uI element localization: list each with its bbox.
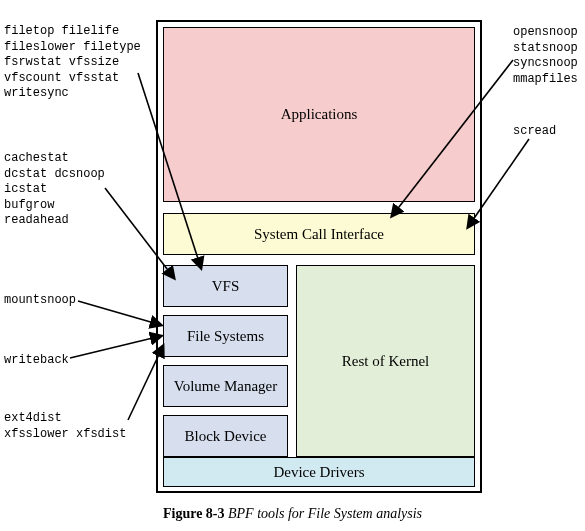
block-device-layer: Block Device [163,415,288,457]
block-device-label: Block Device [184,428,266,445]
file-systems-layer: File Systems [163,315,288,357]
syscall-label: System Call Interface [254,226,384,243]
device-drivers-label: Device Drivers [273,464,364,481]
vfs-label: VFS [212,278,240,295]
rest-of-kernel-label: Rest of Kernel [342,353,429,370]
syscall-layer: System Call Interface [163,213,475,255]
arrow-mountsnoop-to-fs [78,301,161,325]
label-left-4: writeback [4,353,69,369]
rest-of-kernel-layer: Rest of Kernel [296,265,475,457]
vfs-layer: VFS [163,265,288,307]
label-left-3: mountsnoop [4,293,76,309]
arrow-writeback-to-fs [70,336,161,358]
label-right-2: scread [513,124,556,140]
applications-label: Applications [281,106,358,123]
figure-caption: Figure 8-3 BPF tools for File System ana… [0,506,585,522]
label-left-5: ext4dist xfsslower xfsdist [4,411,126,442]
label-left-1: filetop filelife fileslower filetype fsr… [4,24,141,102]
volume-manager-label: Volume Manager [174,378,277,395]
file-systems-label: File Systems [187,328,264,345]
caption-text: BPF tools for File System analysis [225,506,423,521]
label-left-2: cachestat dcstat dcsnoop icstat bufgrow … [4,151,105,229]
applications-layer: Applications [163,27,475,202]
volume-manager-layer: Volume Manager [163,365,288,407]
label-right-1: opensnoop statsnoop syncsnoop mmapfiles [513,25,578,87]
caption-label: Figure 8-3 [163,506,225,521]
device-drivers-layer: Device Drivers [163,457,475,487]
